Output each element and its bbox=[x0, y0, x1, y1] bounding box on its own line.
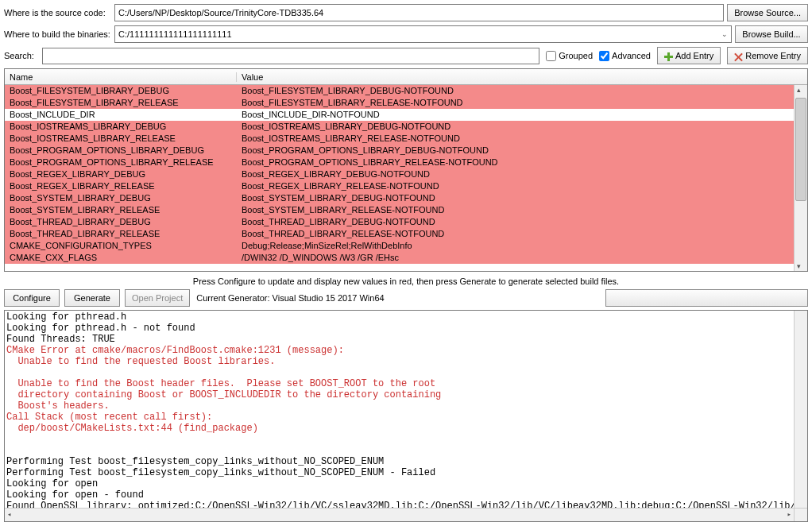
grouped-checkbox-input[interactable] bbox=[546, 51, 556, 61]
build-path-combo[interactable]: C:/111111111111111111111 ⌄ bbox=[114, 25, 732, 43]
open-project-button: Open Project bbox=[125, 289, 190, 307]
cache-value: Boost_REGEX_LIBRARY_DEBUG-NOTFOUND bbox=[237, 168, 794, 180]
cache-row[interactable]: Boost_REGEX_LIBRARY_RELEASEBoost_REGEX_L… bbox=[5, 180, 794, 192]
log-output: Looking for pthread.hLooking for pthread… bbox=[4, 310, 808, 522]
browse-source-button[interactable]: Browse Source... bbox=[727, 4, 808, 21]
cache-name: Boost_PROGRAM_OPTIONS_LIBRARY_RELEASE bbox=[5, 157, 237, 168]
cache-value: Boost_THREAD_LIBRARY_RELEASE-NOTFOUND bbox=[237, 228, 794, 240]
advanced-checkbox-input[interactable] bbox=[599, 51, 609, 61]
cache-name: Boost_REGEX_LIBRARY_DEBUG bbox=[5, 168, 237, 180]
cache-value: Boost_IOSTREAMS_LIBRARY_RELEASE-NOTFOUND bbox=[237, 133, 794, 145]
delete-icon bbox=[734, 52, 743, 61]
log-line bbox=[6, 445, 794, 456]
scroll-left-icon[interactable]: ◂ bbox=[5, 509, 14, 520]
cache-name: Boost_SYSTEM_LIBRARY_DEBUG bbox=[5, 192, 237, 204]
log-line: Found OpenSSL library: optimized;C:/Open… bbox=[6, 501, 794, 508]
log-line: Call Stack (most recent call first): bbox=[6, 412, 794, 423]
build-label: Where to build the binaries: bbox=[4, 29, 111, 39]
log-line: Looking for pthread.h bbox=[6, 311, 794, 323]
cache-name: Boost_INCLUDE_DIR bbox=[5, 109, 237, 121]
scroll-down-icon[interactable]: ▾ bbox=[797, 262, 801, 270]
scroll-corner bbox=[794, 508, 807, 521]
chevron-down-icon: ⌄ bbox=[721, 30, 728, 38]
cache-row[interactable]: CMAKE_CONFIGURATION_TYPESDebug;Release;M… bbox=[5, 240, 794, 252]
log-line: Performing Test boost_filesystem_copy_li… bbox=[6, 467, 794, 478]
cache-row[interactable]: Boost_THREAD_LIBRARY_DEBUGBoost_THREAD_L… bbox=[5, 216, 794, 228]
log-hscrollbar[interactable]: ◂ ▸ bbox=[5, 508, 794, 521]
cache-value: Boost_PROGRAM_OPTIONS_LIBRARY_DEBUG-NOTF… bbox=[237, 145, 794, 157]
cache-value: Boost_SYSTEM_LIBRARY_DEBUG-NOTFOUND bbox=[237, 192, 794, 204]
cache-name: Boost_THREAD_LIBRARY_DEBUG bbox=[5, 216, 237, 228]
hint-text: Press Configure to update and display ne… bbox=[4, 277, 808, 286]
browse-build-button[interactable]: Browse Build... bbox=[735, 25, 808, 43]
source-label: Where is the source code: bbox=[4, 8, 111, 17]
scroll-right-icon[interactable]: ▸ bbox=[785, 509, 794, 520]
cache-value: Boost_INCLUDE_DIR-NOTFOUND bbox=[237, 109, 794, 121]
cache-row[interactable]: CMAKE_CXX_FLAGS/DWIN32 /D_WINDOWS /W3 /G… bbox=[5, 252, 794, 264]
cache-row[interactable]: Boost_FILESYSTEM_LIBRARY_DEBUGBoost_FILE… bbox=[5, 85, 794, 97]
search-input[interactable] bbox=[42, 48, 539, 64]
cache-value: Boost_IOSTREAMS_LIBRARY_DEBUG-NOTFOUND bbox=[237, 121, 794, 133]
cache-name: Boost_REGEX_LIBRARY_RELEASE bbox=[5, 180, 237, 192]
log-line: Looking for open - found bbox=[6, 489, 794, 501]
log-line: directory containing Boost or BOOST_INCL… bbox=[6, 389, 794, 400]
cache-name: Boost_PROGRAM_OPTIONS_LIBRARY_DEBUG bbox=[5, 145, 237, 157]
log-line: dep/boost/CMakeLists.txt:44 (find_packag… bbox=[6, 423, 794, 434]
cache-scrollbar[interactable]: ▴ ▾ bbox=[794, 85, 807, 271]
log-line bbox=[6, 367, 794, 378]
cache-row[interactable]: Boost_IOSTREAMS_LIBRARY_RELEASEBoost_IOS… bbox=[5, 133, 794, 145]
build-path-text: C:/111111111111111111111 bbox=[118, 29, 232, 39]
grouped-checkbox[interactable]: Grouped bbox=[546, 51, 593, 61]
cache-name: Boost_FILESYSTEM_LIBRARY_DEBUG bbox=[5, 85, 237, 97]
cache-value: Debug;Release;MinSizeRel;RelWithDebInfo bbox=[237, 240, 794, 252]
cache-name: Boost_IOSTREAMS_LIBRARY_DEBUG bbox=[5, 121, 237, 133]
log-line: CMake Error at cmake/macros/FindBoost.cm… bbox=[6, 345, 794, 356]
log-vscrollbar[interactable] bbox=[794, 311, 807, 508]
log-line: Performing Test boost_filesystem_copy_li… bbox=[6, 456, 794, 467]
log-line bbox=[6, 434, 794, 445]
cache-row[interactable]: Boost_IOSTREAMS_LIBRARY_DEBUGBoost_IOSTR… bbox=[5, 121, 794, 133]
cache-name: Boost_FILESYSTEM_LIBRARY_RELEASE bbox=[5, 97, 237, 109]
cache-value: Boost_SYSTEM_LIBRARY_RELEASE-NOTFOUND bbox=[237, 204, 794, 216]
grouped-label: Grouped bbox=[559, 51, 593, 60]
cache-row[interactable]: Boost_SYSTEM_LIBRARY_RELEASEBoost_SYSTEM… bbox=[5, 204, 794, 216]
cache-name: Boost_SYSTEM_LIBRARY_RELEASE bbox=[5, 204, 237, 216]
cache-name: Boost_IOSTREAMS_LIBRARY_RELEASE bbox=[5, 133, 237, 145]
cache-row[interactable]: Boost_FILESYSTEM_LIBRARY_RELEASEBoost_FI… bbox=[5, 97, 794, 109]
cache-value: /DWIN32 /D_WINDOWS /W3 /GR /EHsc bbox=[237, 252, 794, 264]
current-generator-label: Current Generator: Visual Studio 15 2017… bbox=[196, 293, 384, 303]
cache-value: Boost_THREAD_LIBRARY_DEBUG-NOTFOUND bbox=[237, 216, 794, 228]
log-line: Looking for open bbox=[6, 478, 794, 489]
cache-name: CMAKE_CXX_FLAGS bbox=[5, 252, 237, 264]
log-line: Found Threads: TRUE bbox=[6, 334, 794, 345]
column-header-name[interactable]: Name bbox=[5, 72, 237, 82]
scroll-thumb[interactable] bbox=[795, 98, 806, 201]
cache-name: CMAKE_CONFIGURATION_TYPES bbox=[5, 240, 237, 252]
log-line: Unable to find the requested Boost libra… bbox=[6, 356, 794, 367]
column-header-value[interactable]: Value bbox=[237, 72, 807, 82]
cache-row[interactable]: Boost_PROGRAM_OPTIONS_LIBRARY_RELEASEBoo… bbox=[5, 157, 794, 168]
scroll-up-icon[interactable]: ▴ bbox=[797, 86, 801, 94]
configure-button[interactable]: Configure bbox=[4, 289, 60, 307]
cache-value: Boost_FILESYSTEM_LIBRARY_DEBUG-NOTFOUND bbox=[237, 85, 794, 97]
advanced-label: Advanced bbox=[612, 51, 651, 60]
cache-row[interactable]: Boost_REGEX_LIBRARY_DEBUGBoost_REGEX_LIB… bbox=[5, 168, 794, 180]
cache-row[interactable]: Boost_INCLUDE_DIRBoost_INCLUDE_DIR-NOTFO… bbox=[5, 109, 794, 121]
cache-name: Boost_THREAD_LIBRARY_RELEASE bbox=[5, 228, 237, 240]
log-line: Boost's headers. bbox=[6, 400, 794, 412]
cache-row[interactable]: Boost_SYSTEM_LIBRARY_DEBUGBoost_SYSTEM_L… bbox=[5, 192, 794, 204]
cache-value: Boost_FILESYSTEM_LIBRARY_RELEASE-NOTFOUN… bbox=[237, 97, 794, 109]
plus-icon bbox=[664, 52, 673, 61]
remove-entry-button[interactable]: Remove Entry bbox=[727, 47, 808, 64]
log-line: Unable to find the Boost header files. P… bbox=[6, 378, 794, 389]
cache-table: Name Value Boost_FILESYSTEM_LIBRARY_DEBU… bbox=[4, 68, 808, 272]
generate-button[interactable]: Generate bbox=[64, 289, 120, 307]
add-entry-button[interactable]: Add Entry bbox=[657, 47, 721, 64]
cache-row[interactable]: Boost_THREAD_LIBRARY_RELEASEBoost_THREAD… bbox=[5, 228, 794, 240]
progress-bar bbox=[605, 289, 808, 307]
advanced-checkbox[interactable]: Advanced bbox=[599, 51, 651, 61]
cache-row[interactable]: Boost_PROGRAM_OPTIONS_LIBRARY_DEBUGBoost… bbox=[5, 145, 794, 157]
source-path-input[interactable] bbox=[114, 4, 724, 21]
search-label: Search: bbox=[4, 51, 36, 60]
cache-value: Boost_PROGRAM_OPTIONS_LIBRARY_RELEASE-NO… bbox=[237, 157, 794, 168]
